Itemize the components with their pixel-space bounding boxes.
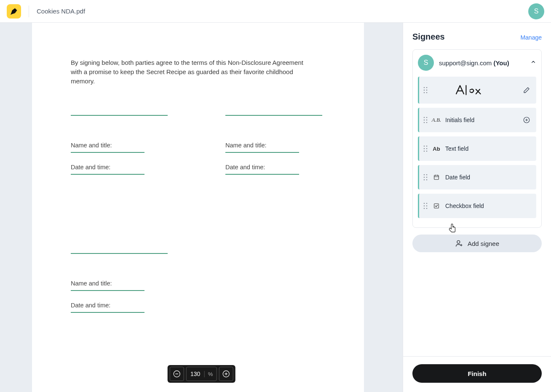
pen-nib-icon — [10, 7, 18, 16]
name-title-label: Name and title: — [71, 280, 185, 287]
field-label: Checkbox field — [445, 203, 530, 209]
date-time-label: Date and time: — [225, 164, 325, 171]
add-initials-button[interactable] — [523, 116, 530, 124]
svg-point-11 — [424, 117, 425, 118]
zoom-value-box: % — [186, 367, 217, 381]
document-canvas[interactable]: By signing below, both parties agree to … — [0, 23, 403, 392]
svg-point-20 — [424, 146, 425, 147]
chevron-up-icon — [530, 59, 536, 67]
checkbox-field-row[interactable]: Checkbox field — [418, 194, 536, 218]
checkbox-icon — [433, 203, 440, 209]
svg-point-28 — [424, 177, 425, 178]
drag-handle-icon[interactable] — [423, 145, 428, 152]
manage-link[interactable]: Manage — [520, 34, 542, 41]
plus-circle-icon — [222, 370, 230, 378]
svg-rect-32 — [434, 175, 439, 179]
svg-point-12 — [426, 117, 428, 118]
svg-point-31 — [426, 179, 428, 181]
text-field-row[interactable]: Ab Text field — [418, 136, 536, 161]
svg-point-37 — [426, 203, 428, 204]
date-field-row[interactable]: Date field — [418, 165, 536, 189]
svg-point-24 — [424, 151, 425, 152]
signee-avatar: S — [418, 55, 434, 71]
svg-point-6 — [426, 87, 428, 88]
svg-point-41 — [426, 208, 428, 209]
signee-email-text: support@sign.com — [439, 59, 492, 67]
initials-icon: A.B. — [433, 117, 440, 123]
initials-field-row[interactable]: A.B. Initials field — [418, 108, 536, 132]
document-page: By signing below, both parties agree to … — [32, 23, 364, 392]
name-title-label: Name and title: — [225, 142, 325, 149]
zoom-unit: % — [204, 371, 217, 377]
zoom-out-button[interactable] — [170, 367, 184, 381]
app-logo[interactable] — [7, 4, 21, 19]
intro-paragraph: By signing below, both parties agree to … — [71, 58, 307, 85]
signee-header[interactable]: S support@sign.com (You) — [418, 55, 536, 71]
panel-title: Signees — [412, 32, 445, 42]
name-title-line[interactable] — [71, 290, 144, 291]
signees-panel: Signees Manage S support@sign.com (You) — [403, 23, 551, 392]
calendar-icon — [433, 174, 440, 181]
svg-point-16 — [426, 122, 428, 123]
panel-footer: Finish — [403, 356, 551, 392]
name-title-label: Name and title: — [71, 142, 171, 149]
svg-point-23 — [426, 148, 428, 149]
svg-point-8 — [426, 90, 428, 91]
date-time-label: Date and time: — [71, 302, 185, 309]
svg-point-10 — [426, 92, 428, 93]
signee-card: S support@sign.com (You) — [412, 49, 542, 228]
top-bar: Cookies NDA.pdf S — [0, 0, 551, 23]
svg-point-29 — [426, 177, 428, 178]
signature-preview — [433, 83, 518, 98]
drag-handle-icon[interactable] — [423, 174, 428, 181]
date-time-label: Date and time: — [71, 164, 171, 171]
add-signee-button[interactable]: Add signee — [412, 235, 542, 252]
signee-you-label: (You) — [493, 59, 509, 67]
finish-button[interactable]: Finish — [412, 364, 542, 383]
edit-signature-button[interactable] — [523, 86, 530, 94]
field-label: Initials field — [445, 117, 518, 123]
plus-circle-icon — [523, 116, 530, 124]
divider — [29, 5, 29, 17]
drag-handle-icon[interactable] — [423, 87, 428, 93]
field-label: Date field — [445, 174, 530, 181]
svg-point-14 — [426, 120, 428, 121]
signature-line[interactable] — [225, 115, 322, 116]
svg-point-7 — [424, 90, 425, 91]
signature-line[interactable] — [71, 115, 168, 116]
signee-email: support@sign.com (You) — [439, 59, 509, 67]
text-icon: Ab — [433, 146, 440, 152]
svg-point-21 — [426, 146, 428, 147]
date-time-line[interactable] — [71, 174, 144, 175]
svg-point-38 — [424, 205, 425, 207]
svg-point-27 — [426, 174, 428, 176]
svg-point-22 — [424, 148, 425, 149]
signature-field-row[interactable] — [418, 77, 536, 104]
date-time-line[interactable] — [225, 174, 299, 175]
add-signee-label: Add signee — [468, 240, 499, 247]
name-title-line[interactable] — [225, 152, 299, 153]
signee-avatar-initial: S — [424, 59, 428, 67]
signature-block-3: Name and title: Date and time: — [71, 253, 185, 313]
svg-point-13 — [424, 120, 425, 121]
svg-point-36 — [424, 203, 425, 204]
pencil-icon — [523, 86, 530, 94]
document-title: Cookies NDA.pdf — [37, 8, 85, 15]
drag-handle-icon[interactable] — [423, 203, 428, 209]
signature-line[interactable] — [71, 253, 168, 254]
drag-handle-icon[interactable] — [423, 117, 428, 123]
svg-point-43 — [457, 240, 460, 243]
finish-label: Finish — [468, 370, 486, 377]
zoom-input[interactable] — [187, 370, 204, 378]
svg-point-25 — [426, 151, 428, 152]
zoom-toolbar: % — [168, 365, 235, 383]
name-title-line[interactable] — [71, 152, 144, 153]
svg-point-26 — [424, 174, 425, 176]
zoom-in-button[interactable] — [219, 367, 233, 381]
svg-point-5 — [424, 87, 425, 88]
date-time-line[interactable] — [71, 312, 144, 313]
user-avatar[interactable]: S — [528, 3, 544, 19]
field-label: Text field — [445, 145, 530, 152]
svg-point-30 — [424, 179, 425, 181]
minus-circle-icon — [173, 370, 181, 378]
